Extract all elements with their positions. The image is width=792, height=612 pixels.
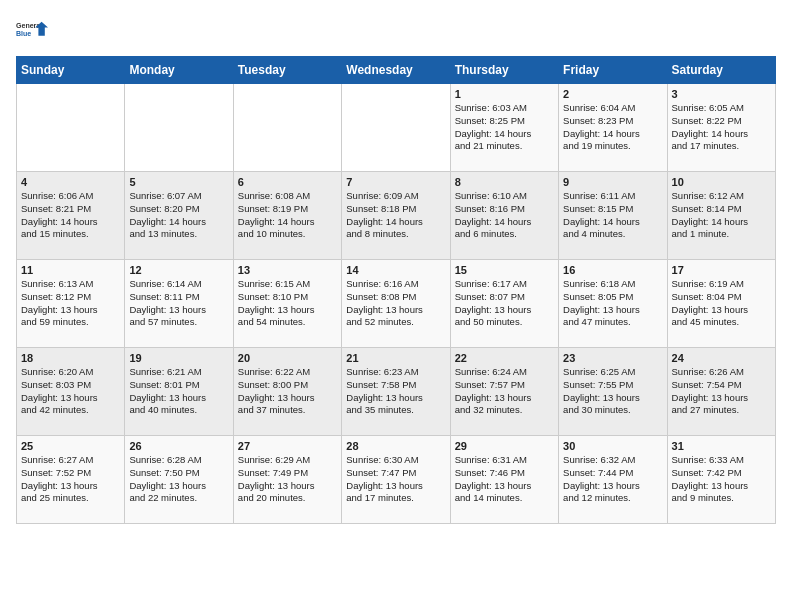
day-number: 31: [672, 440, 771, 452]
cell-content: Sunrise: 6:10 AM Sunset: 8:16 PM Dayligh…: [455, 190, 554, 241]
calendar-cell: 29Sunrise: 6:31 AM Sunset: 7:46 PM Dayli…: [450, 436, 558, 524]
cell-content: Sunrise: 6:25 AM Sunset: 7:55 PM Dayligh…: [563, 366, 662, 417]
day-number: 29: [455, 440, 554, 452]
day-number: 8: [455, 176, 554, 188]
calendar-cell: 22Sunrise: 6:24 AM Sunset: 7:57 PM Dayli…: [450, 348, 558, 436]
calendar-table: SundayMondayTuesdayWednesdayThursdayFrid…: [16, 56, 776, 524]
cell-content: Sunrise: 6:14 AM Sunset: 8:11 PM Dayligh…: [129, 278, 228, 329]
cell-content: Sunrise: 6:16 AM Sunset: 8:08 PM Dayligh…: [346, 278, 445, 329]
calendar-cell: 10Sunrise: 6:12 AM Sunset: 8:14 PM Dayli…: [667, 172, 775, 260]
week-row-1: 1Sunrise: 6:03 AM Sunset: 8:25 PM Daylig…: [17, 84, 776, 172]
day-number: 18: [21, 352, 120, 364]
calendar-cell: 23Sunrise: 6:25 AM Sunset: 7:55 PM Dayli…: [559, 348, 667, 436]
calendar-cell: [125, 84, 233, 172]
calendar-cell: 7Sunrise: 6:09 AM Sunset: 8:18 PM Daylig…: [342, 172, 450, 260]
calendar-cell: 31Sunrise: 6:33 AM Sunset: 7:42 PM Dayli…: [667, 436, 775, 524]
calendar-cell: 24Sunrise: 6:26 AM Sunset: 7:54 PM Dayli…: [667, 348, 775, 436]
day-number: 4: [21, 176, 120, 188]
calendar-cell: [17, 84, 125, 172]
calendar-cell: 1Sunrise: 6:03 AM Sunset: 8:25 PM Daylig…: [450, 84, 558, 172]
day-number: 30: [563, 440, 662, 452]
column-header-thursday: Thursday: [450, 57, 558, 84]
cell-content: Sunrise: 6:33 AM Sunset: 7:42 PM Dayligh…: [672, 454, 771, 505]
calendar-cell: 16Sunrise: 6:18 AM Sunset: 8:05 PM Dayli…: [559, 260, 667, 348]
day-number: 2: [563, 88, 662, 100]
day-number: 12: [129, 264, 228, 276]
column-header-friday: Friday: [559, 57, 667, 84]
day-number: 21: [346, 352, 445, 364]
day-number: 9: [563, 176, 662, 188]
calendar-cell: 21Sunrise: 6:23 AM Sunset: 7:58 PM Dayli…: [342, 348, 450, 436]
day-number: 14: [346, 264, 445, 276]
day-number: 23: [563, 352, 662, 364]
column-header-monday: Monday: [125, 57, 233, 84]
cell-content: Sunrise: 6:17 AM Sunset: 8:07 PM Dayligh…: [455, 278, 554, 329]
calendar-cell: 28Sunrise: 6:30 AM Sunset: 7:47 PM Dayli…: [342, 436, 450, 524]
cell-content: Sunrise: 6:22 AM Sunset: 8:00 PM Dayligh…: [238, 366, 337, 417]
calendar-cell: [233, 84, 341, 172]
cell-content: Sunrise: 6:06 AM Sunset: 8:21 PM Dayligh…: [21, 190, 120, 241]
calendar-cell: 8Sunrise: 6:10 AM Sunset: 8:16 PM Daylig…: [450, 172, 558, 260]
cell-content: Sunrise: 6:05 AM Sunset: 8:22 PM Dayligh…: [672, 102, 771, 153]
column-header-tuesday: Tuesday: [233, 57, 341, 84]
svg-text:Blue: Blue: [16, 30, 31, 37]
calendar-cell: 17Sunrise: 6:19 AM Sunset: 8:04 PM Dayli…: [667, 260, 775, 348]
day-number: 24: [672, 352, 771, 364]
cell-content: Sunrise: 6:07 AM Sunset: 8:20 PM Dayligh…: [129, 190, 228, 241]
cell-content: Sunrise: 6:29 AM Sunset: 7:49 PM Dayligh…: [238, 454, 337, 505]
column-header-sunday: Sunday: [17, 57, 125, 84]
calendar-cell: 2Sunrise: 6:04 AM Sunset: 8:23 PM Daylig…: [559, 84, 667, 172]
cell-content: Sunrise: 6:03 AM Sunset: 8:25 PM Dayligh…: [455, 102, 554, 153]
calendar-cell: 5Sunrise: 6:07 AM Sunset: 8:20 PM Daylig…: [125, 172, 233, 260]
day-number: 25: [21, 440, 120, 452]
calendar-cell: 11Sunrise: 6:13 AM Sunset: 8:12 PM Dayli…: [17, 260, 125, 348]
day-number: 16: [563, 264, 662, 276]
cell-content: Sunrise: 6:12 AM Sunset: 8:14 PM Dayligh…: [672, 190, 771, 241]
cell-content: Sunrise: 6:19 AM Sunset: 8:04 PM Dayligh…: [672, 278, 771, 329]
calendar-cell: 13Sunrise: 6:15 AM Sunset: 8:10 PM Dayli…: [233, 260, 341, 348]
calendar-cell: 25Sunrise: 6:27 AM Sunset: 7:52 PM Dayli…: [17, 436, 125, 524]
cell-content: Sunrise: 6:27 AM Sunset: 7:52 PM Dayligh…: [21, 454, 120, 505]
cell-content: Sunrise: 6:28 AM Sunset: 7:50 PM Dayligh…: [129, 454, 228, 505]
calendar-cell: 6Sunrise: 6:08 AM Sunset: 8:19 PM Daylig…: [233, 172, 341, 260]
day-number: 1: [455, 88, 554, 100]
calendar-cell: [342, 84, 450, 172]
header: GeneralBlue: [16, 16, 776, 48]
calendar-cell: 20Sunrise: 6:22 AM Sunset: 8:00 PM Dayli…: [233, 348, 341, 436]
cell-content: Sunrise: 6:21 AM Sunset: 8:01 PM Dayligh…: [129, 366, 228, 417]
day-number: 28: [346, 440, 445, 452]
logo: GeneralBlue: [16, 16, 48, 48]
day-number: 19: [129, 352, 228, 364]
logo-icon: GeneralBlue: [16, 16, 48, 48]
day-number: 7: [346, 176, 445, 188]
calendar-cell: 18Sunrise: 6:20 AM Sunset: 8:03 PM Dayli…: [17, 348, 125, 436]
header-row: SundayMondayTuesdayWednesdayThursdayFrid…: [17, 57, 776, 84]
day-number: 27: [238, 440, 337, 452]
day-number: 22: [455, 352, 554, 364]
cell-content: Sunrise: 6:24 AM Sunset: 7:57 PM Dayligh…: [455, 366, 554, 417]
cell-content: Sunrise: 6:13 AM Sunset: 8:12 PM Dayligh…: [21, 278, 120, 329]
cell-content: Sunrise: 6:26 AM Sunset: 7:54 PM Dayligh…: [672, 366, 771, 417]
day-number: 20: [238, 352, 337, 364]
week-row-5: 25Sunrise: 6:27 AM Sunset: 7:52 PM Dayli…: [17, 436, 776, 524]
cell-content: Sunrise: 6:11 AM Sunset: 8:15 PM Dayligh…: [563, 190, 662, 241]
cell-content: Sunrise: 6:09 AM Sunset: 8:18 PM Dayligh…: [346, 190, 445, 241]
week-row-4: 18Sunrise: 6:20 AM Sunset: 8:03 PM Dayli…: [17, 348, 776, 436]
cell-content: Sunrise: 6:04 AM Sunset: 8:23 PM Dayligh…: [563, 102, 662, 153]
day-number: 26: [129, 440, 228, 452]
cell-content: Sunrise: 6:15 AM Sunset: 8:10 PM Dayligh…: [238, 278, 337, 329]
day-number: 3: [672, 88, 771, 100]
column-header-wednesday: Wednesday: [342, 57, 450, 84]
calendar-cell: 27Sunrise: 6:29 AM Sunset: 7:49 PM Dayli…: [233, 436, 341, 524]
calendar-cell: 14Sunrise: 6:16 AM Sunset: 8:08 PM Dayli…: [342, 260, 450, 348]
day-number: 15: [455, 264, 554, 276]
calendar-cell: 12Sunrise: 6:14 AM Sunset: 8:11 PM Dayli…: [125, 260, 233, 348]
day-number: 17: [672, 264, 771, 276]
calendar-cell: 15Sunrise: 6:17 AM Sunset: 8:07 PM Dayli…: [450, 260, 558, 348]
cell-content: Sunrise: 6:32 AM Sunset: 7:44 PM Dayligh…: [563, 454, 662, 505]
calendar-cell: 26Sunrise: 6:28 AM Sunset: 7:50 PM Dayli…: [125, 436, 233, 524]
day-number: 10: [672, 176, 771, 188]
day-number: 13: [238, 264, 337, 276]
day-number: 11: [21, 264, 120, 276]
cell-content: Sunrise: 6:23 AM Sunset: 7:58 PM Dayligh…: [346, 366, 445, 417]
